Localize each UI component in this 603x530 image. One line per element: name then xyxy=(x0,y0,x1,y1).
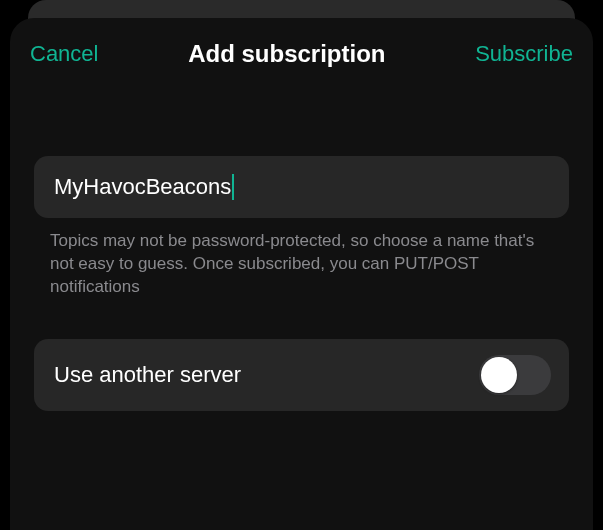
page-title: Add subscription xyxy=(188,40,385,68)
use-another-server-toggle[interactable] xyxy=(479,355,551,395)
cancel-button[interactable]: Cancel xyxy=(30,41,98,67)
topic-input[interactable]: MyHavocBeacons xyxy=(54,174,234,200)
use-another-server-label: Use another server xyxy=(54,362,241,388)
subscribe-button[interactable]: Subscribe xyxy=(475,41,573,67)
modal-backdrop: Cancel Add subscription Subscribe MyHavo… xyxy=(0,0,603,530)
add-subscription-sheet: Cancel Add subscription Subscribe MyHavo… xyxy=(10,18,593,530)
use-another-server-row: Use another server xyxy=(34,339,569,411)
text-cursor xyxy=(232,174,234,200)
toggle-knob xyxy=(481,357,517,393)
topic-help-text: Topics may not be password-protected, so… xyxy=(30,218,573,299)
topic-input-value: MyHavocBeacons xyxy=(54,174,231,200)
topic-field[interactable]: MyHavocBeacons xyxy=(34,156,569,218)
navbar: Cancel Add subscription Subscribe xyxy=(30,40,573,68)
